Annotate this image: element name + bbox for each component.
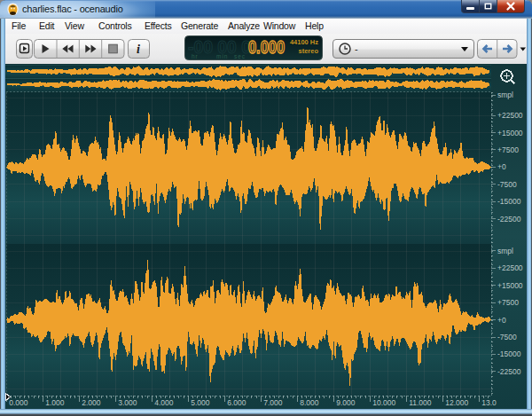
svg-text:smpl: smpl: [497, 90, 513, 99]
svg-text:-7500: -7500: [497, 333, 517, 341]
svg-text:+0: +0: [497, 162, 506, 171]
svg-text:-22500: -22500: [497, 367, 521, 376]
svg-text:13.0: 13.0: [481, 398, 497, 407]
svg-text:+15000: +15000: [497, 129, 523, 137]
svg-text:-: -: [355, 43, 358, 54]
svg-text:44100 Hz: 44100 Hz: [290, 38, 318, 46]
svg-text:+0: +0: [497, 316, 506, 325]
svg-text:i: i: [137, 43, 140, 56]
svg-text:4.000: 4.000: [154, 398, 174, 407]
svg-text:11.000: 11.000: [409, 398, 432, 407]
svg-text:12.000: 12.000: [445, 398, 468, 407]
svg-text:9.000: 9.000: [336, 398, 356, 407]
svg-text:hr: hr: [192, 53, 199, 59]
svg-text:-15000: -15000: [497, 197, 521, 206]
svg-text:0.000: 0.000: [9, 398, 28, 407]
svg-text:+7500: +7500: [497, 298, 519, 307]
svg-text:0.000: 0.000: [248, 37, 285, 57]
svg-text:3.000: 3.000: [118, 398, 137, 407]
svg-text:+7500: +7500: [497, 145, 519, 154]
svg-text:6.000: 6.000: [227, 398, 246, 407]
svg-text:8.000: 8.000: [300, 398, 319, 407]
svg-text:-15000: -15000: [497, 349, 521, 358]
svg-text:+15000: +15000: [497, 281, 523, 290]
svg-text:min: min: [216, 53, 228, 59]
svg-text:sec: sec: [234, 53, 246, 59]
svg-text:-7500: -7500: [497, 180, 517, 189]
svg-text:2.000: 2.000: [82, 398, 101, 407]
svg-text:+22500: +22500: [497, 263, 523, 272]
svg-text:+22500: +22500: [497, 111, 523, 120]
svg-text:-22500: -22500: [497, 215, 521, 224]
svg-text:10.000: 10.000: [372, 398, 395, 407]
svg-text:smpl: smpl: [497, 247, 513, 255]
svg-text:5.000: 5.000: [191, 398, 210, 407]
svg-text:7.000: 7.000: [263, 398, 283, 407]
svg-text:1.000: 1.000: [45, 398, 65, 407]
svg-text:stereo: stereo: [298, 47, 318, 55]
